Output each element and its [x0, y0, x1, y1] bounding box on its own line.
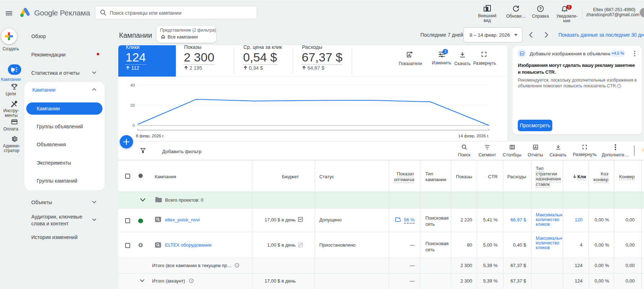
svg-text:?: ?: [539, 6, 542, 11]
svg-text:0: 0: [133, 123, 135, 128]
svg-text:?: ?: [618, 85, 620, 87]
svg-text:!: !: [568, 5, 570, 9]
svg-text:?: ?: [236, 264, 238, 267]
svg-text:?: ?: [191, 279, 192, 283]
svg-text:8 февр. 2026 г.: 8 февр. 2026 г.: [136, 134, 164, 138]
svg-text:14 февр. 2026 г.: 14 февр. 2026 г.: [458, 134, 489, 138]
svg-text:40: 40: [130, 83, 135, 87]
svg-text:20: 20: [130, 103, 135, 107]
